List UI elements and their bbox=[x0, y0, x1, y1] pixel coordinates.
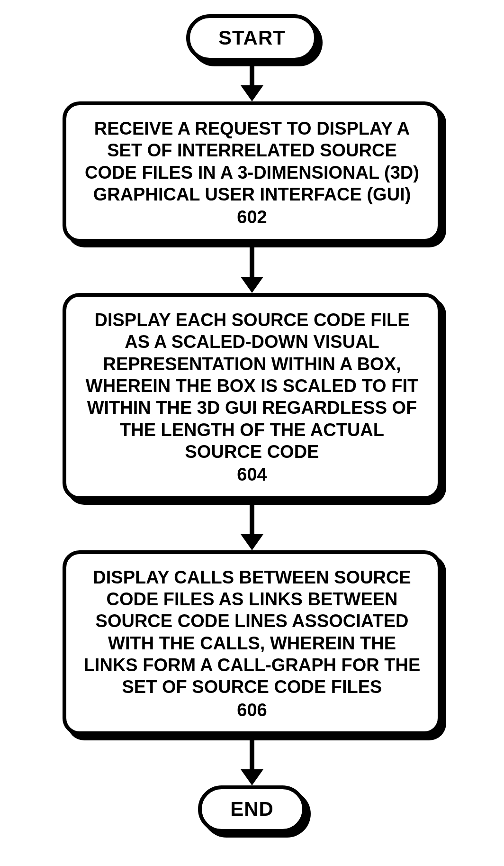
step-ref: 604 bbox=[81, 464, 423, 485]
start-label: START bbox=[186, 14, 318, 62]
step-text: DISPLAY CALLS BETWEEN SOURCE CODE FILES … bbox=[84, 567, 421, 697]
terminator-start: START bbox=[186, 14, 318, 62]
arrow-shaft bbox=[250, 735, 254, 769]
arrow-3 bbox=[241, 500, 263, 550]
end-label: END bbox=[198, 785, 306, 833]
arrow-head-icon bbox=[241, 769, 263, 785]
arrow-2 bbox=[241, 243, 263, 293]
process-step-604: DISPLAY EACH SOURCE CODE FILE AS A SCALE… bbox=[63, 293, 441, 500]
process-step-606: DISPLAY CALLS BETWEEN SOURCE CODE FILES … bbox=[63, 550, 441, 736]
step-text: RECEIVE A REQUEST TO DISPLAY A SET OF IN… bbox=[85, 119, 419, 204]
arrow-head-icon bbox=[241, 534, 263, 550]
process-step-602: RECEIVE A REQUEST TO DISPLAY A SET OF IN… bbox=[63, 101, 441, 243]
arrow-1 bbox=[241, 62, 263, 101]
step-ref: 606 bbox=[81, 699, 423, 721]
arrow-shaft bbox=[250, 243, 254, 277]
step-ref: 602 bbox=[81, 206, 423, 228]
step-text: DISPLAY EACH SOURCE CODE FILE AS A SCALE… bbox=[86, 310, 418, 462]
arrow-shaft bbox=[250, 500, 254, 534]
terminator-end: END bbox=[198, 785, 306, 833]
arrow-head-icon bbox=[241, 277, 263, 293]
flowchart: START RECEIVE A REQUEST TO DISPLAY A SET… bbox=[63, 14, 441, 833]
arrow-head-icon bbox=[241, 85, 263, 101]
arrow-4 bbox=[241, 735, 263, 785]
